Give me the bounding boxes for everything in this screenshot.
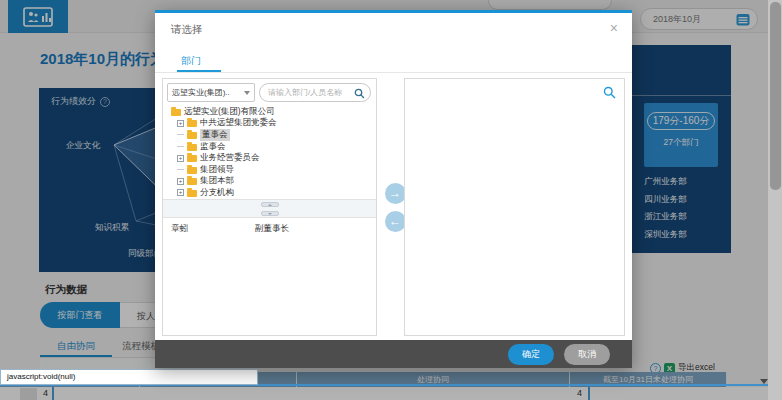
status-tooltip: javascript:void(null) — [0, 369, 258, 385]
org-select-value: 远望实业(集团).. — [172, 88, 230, 97]
page-scrollbar[interactable] — [768, 0, 782, 400]
tree-item[interactable]: 远望实业(集团)有限公司 — [165, 106, 374, 118]
folder-icon — [187, 132, 197, 139]
dialog-accent-bar — [155, 10, 632, 13]
folder-icon — [187, 178, 197, 185]
panel-splitter[interactable] — [163, 199, 376, 218]
expand-icon[interactable]: + — [177, 189, 184, 196]
org-tree: 远望实业(集团)有限公司+中共远望集团党委会董事会监事会+业务经营委员会集团领导… — [165, 106, 374, 199]
tree-search-input[interactable]: 请输入部门/人员名称 — [259, 83, 371, 102]
tree-item-label[interactable]: 业务经营委员会 — [200, 152, 260, 164]
tree-item[interactable]: 董事会 — [165, 129, 374, 141]
close-icon[interactable]: × — [610, 20, 618, 36]
scrollbar-thumb[interactable] — [770, 2, 781, 190]
search-icon[interactable] — [603, 86, 616, 99]
tree-connector — [177, 134, 184, 135]
search-placeholder: 请输入部门/人员名称 — [268, 88, 342, 97]
move-left-button[interactable]: ← — [385, 211, 406, 232]
tree-item[interactable]: +集团本部 — [165, 176, 374, 188]
tree-item-label[interactable]: 远望实业(集团)有限公司 — [184, 106, 275, 118]
department-tree-panel: 远望实业(集团).. 请输入部门/人员名称 远望实业(集团)有限公司+中共远望集… — [162, 78, 377, 336]
selected-items-panel — [404, 78, 625, 336]
tree-item-label[interactable]: 中共远望集团党委会 — [200, 117, 277, 129]
tree-item[interactable]: +中共远望集团党委会 — [165, 118, 374, 130]
confirm-button[interactable]: 确定 — [508, 344, 554, 365]
tab-department[interactable]: 部门 — [181, 54, 201, 68]
collapse-up-handle[interactable] — [261, 202, 279, 207]
tree-item-label[interactable]: 集团本部 — [200, 175, 234, 187]
search-icon[interactable] — [354, 88, 365, 99]
person-name: 章蚓 — [171, 223, 255, 235]
person-row[interactable]: 章蚓 副董事长 — [163, 218, 376, 235]
dialog-footer: 确定 取消 — [155, 340, 632, 368]
select-dialog-body: 请选择 × 部门 远望实业(集团).. 请输入部门/人员名称 远望实业(集团)有… — [155, 10, 632, 340]
tree-item-label[interactable]: 集团领导 — [200, 164, 234, 176]
caret-down-icon — [244, 91, 250, 95]
tree-item-label[interactable]: 分支机构 — [200, 187, 234, 199]
tree-item[interactable]: +业务经营委员会 — [165, 152, 374, 164]
tree-item-label[interactable]: 监事会 — [200, 141, 226, 153]
expand-icon[interactable]: + — [177, 178, 184, 185]
tree-item-label[interactable]: 董事会 — [200, 129, 230, 141]
person-list: 章蚓 副董事长 — [163, 218, 376, 335]
folder-icon — [187, 120, 197, 127]
tree-item[interactable]: 集团领导 — [165, 164, 374, 176]
collapse-down-handle[interactable] — [261, 211, 279, 216]
cancel-button[interactable]: 取消 — [564, 344, 610, 365]
expand-icon[interactable]: + — [177, 120, 184, 127]
folder-icon — [171, 109, 181, 116]
org-select[interactable]: 远望实业(集团).. — [167, 83, 255, 102]
dialog-title: 请选择 — [171, 23, 203, 37]
expand-icon[interactable]: + — [177, 155, 184, 162]
tree-connector — [177, 169, 184, 170]
select-dialog: 请选择 × 部门 远望实业(集团).. 请输入部门/人员名称 远望实业(集团)有… — [155, 10, 632, 368]
folder-icon — [187, 167, 197, 174]
tree-item[interactable]: 监事会 — [165, 141, 374, 153]
tabs-divider — [155, 72, 632, 73]
folder-icon — [187, 155, 197, 162]
move-right-button[interactable]: → — [385, 183, 406, 204]
folder-icon — [187, 144, 197, 151]
app-root: 2018年10月 2018年10月的行为绩效 行为绩效分 ? 企业文化 知识积累… — [0, 0, 782, 400]
folder-icon — [187, 190, 197, 197]
tree-connector — [177, 146, 184, 147]
person-title: 副董事长 — [255, 223, 289, 235]
tree-item[interactable]: +分支机构 — [165, 187, 374, 199]
